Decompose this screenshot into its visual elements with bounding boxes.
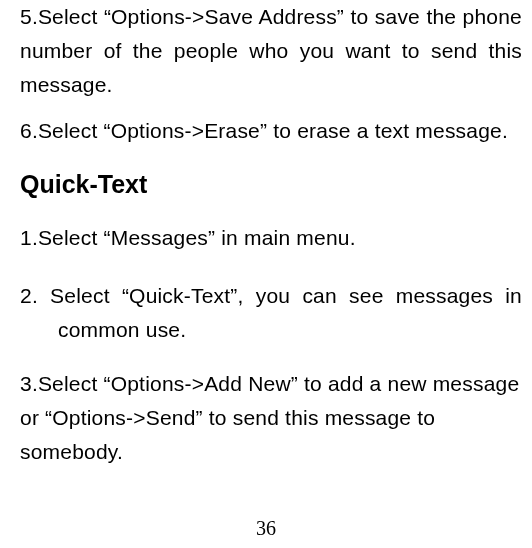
body-paragraph: 3.Select “Options->Add New” to add a new…: [20, 367, 522, 469]
body-paragraph: 5.Select “Options->Save Address” to save…: [20, 0, 522, 102]
body-paragraph: 6.Select “Options->Erase” to erase a tex…: [20, 114, 522, 148]
section-heading: Quick-Text: [20, 170, 522, 199]
body-paragraph: 2. Select “Quick-Text”, you can see mess…: [20, 279, 522, 347]
body-paragraph: 1.Select “Messages” in main menu.: [20, 221, 522, 255]
document-page: 5.Select “Options->Save Address” to save…: [0, 0, 532, 548]
page-number: 36: [0, 517, 532, 540]
